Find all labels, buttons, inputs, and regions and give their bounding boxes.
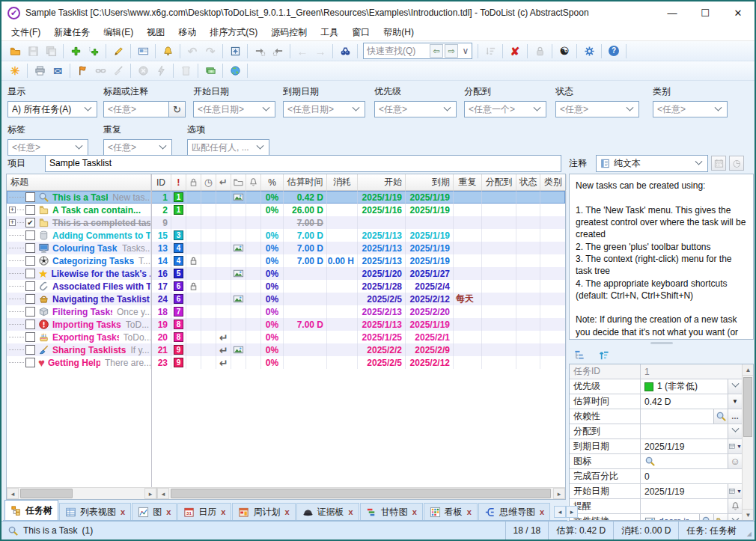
tab-close-icon[interactable]: x — [467, 507, 472, 516]
attribute-control[interactable]: 2025/1/19▼ — [641, 439, 742, 453]
tab-看板[interactable]: 看板x — [424, 503, 478, 520]
column-header-due[interactable]: 到期 — [406, 174, 454, 190]
title-pane-hscrollbar[interactable]: ◂ ▸ — [7, 487, 156, 499]
column-header-pri[interactable]: ! — [171, 174, 186, 190]
task-row[interactable]: +A Task can contain...210%26.00 D2025/1/… — [7, 204, 565, 216]
calendar-button[interactable]: ▼ — [728, 439, 742, 453]
column-header-category[interactable]: 类别 — [540, 174, 567, 190]
comments-tool-button-1[interactable] — [711, 156, 726, 171]
save-button[interactable] — [24, 43, 42, 60]
tab-证据板[interactable]: 证据板x — [296, 503, 359, 520]
comments-tool-button-2[interactable]: ◷ — [729, 156, 744, 171]
attribute-control[interactable]: ☺ — [641, 454, 742, 468]
column-header-repeat[interactable]: 重复 — [454, 174, 482, 190]
column-header-spent[interactable]: 消耗 — [327, 174, 358, 190]
edit-task-button[interactable] — [109, 43, 127, 60]
scroll-left-icon[interactable]: ◂ — [157, 488, 169, 499]
nav-back-button[interactable]: ← — [293, 43, 311, 60]
column-header-recur[interactable]: ↵ — [216, 174, 231, 190]
task-row[interactable]: Adding Comments to T...1530%7.00 D2025/1… — [7, 229, 565, 242]
column-header-id[interactable]: ID — [151, 174, 171, 190]
task-row[interactable]: Associated Files with T...1760%2025/1/28… — [7, 280, 565, 293]
minimize-button[interactable]: — — [656, 1, 689, 24]
find-tasks-button[interactable] — [336, 43, 354, 60]
icon-picker-button[interactable]: ☺ — [728, 454, 742, 468]
column-header-status[interactable]: 状态 — [516, 174, 540, 190]
tab-close-icon[interactable]: x — [121, 507, 125, 516]
attribute-control[interactable]: 2025/1/19▼ — [641, 484, 742, 498]
column-header-title[interactable]: 标题 — [7, 174, 151, 190]
maximize-tasklist-button[interactable] — [226, 43, 244, 60]
task-checkbox[interactable] — [25, 332, 35, 342]
new-task-button[interactable] — [67, 43, 85, 60]
search-button[interactable] — [699, 514, 713, 521]
filter-combo[interactable]: A) 所有任务(A) — [7, 101, 97, 117]
filter-combo[interactable]: <任意> — [555, 101, 639, 117]
tab-列表视图[interactable]: 列表视图x — [59, 503, 131, 520]
comments-splitter[interactable] — [569, 340, 754, 346]
attribute-control[interactable] — [641, 424, 742, 438]
weblink-button[interactable] — [226, 62, 244, 79]
task-checkbox[interactable] — [25, 230, 35, 240]
task-row[interactable]: This is a TaskNew tas...110%0.42 D2025/1… — [7, 191, 565, 204]
task-checkbox[interactable] — [25, 281, 35, 291]
menu-item-9[interactable]: 窗口 — [345, 24, 377, 40]
comments-format-combo[interactable]: 纯文本 — [596, 155, 708, 172]
menu-item-8[interactable]: 工具 — [314, 24, 345, 40]
scroll-right-icon[interactable]: ▸ — [144, 488, 156, 499]
tab-图[interactable]: 图x — [132, 503, 177, 520]
new-subtask-button[interactable] — [85, 43, 103, 60]
task-row[interactable]: Colouring TasksTasks...1340%7.00 D2025/1… — [7, 242, 565, 254]
tab-close-icon[interactable]: x — [284, 507, 289, 516]
task-checkbox[interactable]: ✔ — [25, 218, 35, 227]
attribute-vscrollbar[interactable]: ▲ ▼ — [742, 364, 753, 520]
scrollbar-thumb[interactable] — [171, 489, 551, 498]
task-reference-button[interactable] — [134, 43, 152, 60]
dropdown-button[interactable] — [728, 424, 742, 438]
task-row[interactable]: Categorizing TasksT...1440%7.00 D0.00 H2… — [7, 254, 565, 267]
task-comments[interactable]: New tasks can be created using: 1. The '… — [569, 174, 754, 340]
expand-icon[interactable]: + — [9, 219, 16, 226]
task-checkbox[interactable] — [25, 269, 35, 278]
tab-scroll-right-icon[interactable]: ▸ — [566, 506, 578, 518]
cleanup-button[interactable] — [109, 62, 127, 79]
help-button[interactable]: ? — [605, 43, 623, 60]
task-row[interactable]: Filtering TasksOnce y...1870%2025/2/1320… — [7, 305, 565, 318]
refresh-icon[interactable]: ↻ — [168, 102, 185, 117]
filter-edit[interactable]: <任意>↻ — [103, 101, 186, 117]
script-button[interactable] — [177, 62, 195, 79]
scroll-down-icon[interactable]: ▼ — [743, 509, 754, 520]
tab-scroll-left-icon[interactable]: ◂ — [554, 506, 566, 518]
menu-item-7[interactable]: 源码控制 — [264, 24, 314, 40]
dropdown-button[interactable] — [728, 514, 742, 521]
scroll-up-icon[interactable]: ▲ — [743, 364, 754, 376]
menu-item-1[interactable]: 文件(F) — [4, 24, 47, 40]
tab-close-icon[interactable]: x — [166, 507, 171, 516]
redo-button[interactable]: ↷ — [201, 43, 219, 60]
attribute-control[interactable]: 1 (非常低) — [641, 379, 742, 394]
attribute-control[interactable]: doors.jr — [641, 514, 742, 521]
send-email-button[interactable]: ✉ — [49, 62, 67, 79]
do-now-button[interactable] — [152, 62, 170, 79]
tab-close-icon[interactable]: x — [540, 507, 544, 516]
toggle-sort-button[interactable] — [481, 43, 499, 60]
attribute-control[interactable] — [641, 499, 742, 513]
menu-item-2[interactable]: 新建任务 — [47, 24, 97, 40]
attribute-control[interactable]: … — [641, 409, 742, 424]
find-previous-button[interactable]: ⇦ — [430, 44, 443, 58]
delete-task-button[interactable]: ✘ — [506, 43, 524, 60]
move-task-left-button[interactable] — [269, 43, 287, 60]
menu-item-5[interactable]: 移动 — [171, 24, 203, 40]
browse-button[interactable]: … — [728, 409, 742, 424]
task-checkbox[interactable] — [25, 345, 35, 355]
tab-close-icon[interactable]: x — [349, 507, 353, 516]
task-checkbox[interactable] — [25, 294, 35, 304]
toggle-theme-button[interactable]: ☯ — [555, 43, 573, 60]
task-row[interactable]: Exporting TasksToDo...208↵0%2025/1/25202… — [7, 331, 565, 343]
print-button[interactable] — [31, 62, 49, 79]
time-tracking-button[interactable] — [201, 62, 219, 79]
lock-tasklist-button[interactable] — [531, 43, 549, 60]
column-header-est[interactable]: 估算时间 — [284, 174, 327, 190]
reminder-button[interactable] — [728, 499, 742, 513]
filter-combo[interactable]: <任意> — [653, 101, 728, 117]
